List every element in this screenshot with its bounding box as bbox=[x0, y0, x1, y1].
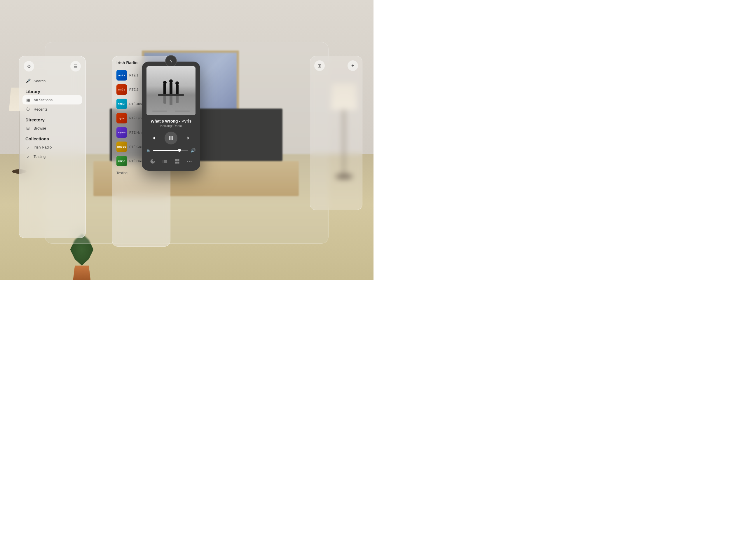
menu-icon-button[interactable]: ☰ bbox=[70, 61, 81, 72]
layout-button[interactable] bbox=[173, 157, 182, 166]
pause-button[interactable] bbox=[164, 132, 177, 145]
browse-icon: ⊟ bbox=[25, 126, 31, 130]
directory-header: Directory bbox=[23, 114, 82, 123]
station-name-lyric: RTÉ Lyric bbox=[129, 117, 143, 120]
svg-rect-10 bbox=[176, 96, 179, 103]
sleep-timer-button[interactable] bbox=[148, 157, 157, 166]
album-art-svg bbox=[147, 66, 196, 115]
player-card: ⤡ bbox=[142, 61, 200, 171]
player-collapse-button[interactable]: ⤡ bbox=[165, 55, 177, 67]
svg-point-6 bbox=[169, 79, 173, 83]
volume-track[interactable] bbox=[153, 150, 188, 151]
svg-rect-11 bbox=[158, 94, 184, 96]
svg-point-15 bbox=[189, 161, 190, 162]
station-name-rte1: RTÉ 1 bbox=[129, 74, 138, 77]
recents-icon: ⏱ bbox=[25, 107, 31, 111]
volume-thumb[interactable] bbox=[178, 149, 181, 152]
svg-rect-9 bbox=[170, 96, 173, 105]
volume-low-icon: 🔈 bbox=[147, 148, 151, 152]
player-bottom-icons bbox=[147, 157, 196, 166]
station-logo-lyric: Lyric bbox=[117, 113, 127, 123]
sidebar-top-bar: ⚙ ☰ bbox=[23, 61, 82, 72]
station-name-gold2: RTÉ Gold bbox=[129, 159, 143, 163]
irish-radio-icon: ♪ bbox=[25, 145, 31, 149]
more-options-button[interactable] bbox=[185, 157, 194, 166]
library-header: Library bbox=[23, 85, 82, 95]
station-code-gold1: RTÉ GG bbox=[117, 146, 126, 148]
album-art-bg bbox=[147, 66, 196, 115]
search-item[interactable]: 🎤 Search bbox=[23, 76, 82, 85]
station-code-rte1: RTÉ 1 bbox=[119, 74, 125, 77]
svg-rect-2 bbox=[163, 84, 166, 95]
player-radio-name: Kerrang! Radio bbox=[160, 124, 182, 128]
station-code-hymns: Hymns bbox=[118, 131, 126, 134]
volume-high-icon: 🔊 bbox=[190, 148, 196, 153]
testing-label: Testing bbox=[33, 154, 46, 159]
sidebar-item-testing[interactable]: ♪ Testing bbox=[23, 152, 82, 161]
all-stations-label: All Stations bbox=[33, 98, 53, 102]
collections-header: Collections bbox=[23, 133, 82, 143]
testing-icon: ♪ bbox=[25, 154, 31, 159]
grid-icon-button[interactable]: ⊞ bbox=[314, 60, 325, 71]
station-logo-rte2: RTÉ 2 bbox=[117, 84, 127, 95]
search-mic-icon: 🎤 bbox=[25, 78, 31, 83]
svg-point-5 bbox=[163, 81, 166, 84]
svg-rect-12 bbox=[152, 110, 167, 111]
station-code-lyric: Lyric bbox=[119, 117, 125, 120]
irish-radio-label: Irish Radio bbox=[33, 145, 52, 149]
svg-rect-8 bbox=[163, 96, 166, 104]
settings-icon-button[interactable]: ⚙ bbox=[24, 61, 34, 72]
svg-point-16 bbox=[191, 161, 192, 162]
search-label: Search bbox=[33, 79, 46, 83]
sidebar-item-all-stations[interactable]: ▦ All Stations bbox=[23, 95, 82, 104]
station-name-rte2: RTÉ 2 bbox=[129, 88, 138, 91]
sidebar-item-irish-radio[interactable]: ♪ Irish Radio bbox=[23, 143, 82, 152]
next-button[interactable] bbox=[183, 133, 194, 143]
station-code-rtejr: RTÉ Jr bbox=[118, 103, 126, 105]
volume-fill bbox=[153, 150, 179, 151]
svg-rect-13 bbox=[175, 110, 190, 111]
player-controls bbox=[148, 132, 194, 145]
right-panel-top-bar: ⊞ + bbox=[314, 60, 358, 71]
svg-rect-4 bbox=[176, 84, 179, 95]
right-panel: ⊞ + bbox=[310, 56, 362, 210]
browse-label: Browse bbox=[33, 126, 46, 130]
sidebar-panel: ⚙ ☰ 🎤 Search Library ▦ All Stations ⏱ Re… bbox=[19, 56, 86, 238]
station-code-gold2: RTÉ G bbox=[118, 160, 125, 162]
sidebar-item-recents[interactable]: ⏱ Recents bbox=[23, 104, 82, 114]
volume-bar[interactable]: 🔈 🔊 bbox=[147, 148, 196, 153]
queue-button[interactable] bbox=[160, 157, 170, 166]
station-logo-rte1: RTÉ 1 bbox=[117, 70, 127, 80]
player-album-art bbox=[147, 66, 196, 115]
station-logo-rtejr: RTÉ Jr bbox=[117, 99, 127, 109]
station-logo-hymns: Hymns bbox=[117, 127, 127, 138]
prev-button[interactable] bbox=[148, 133, 159, 143]
station-logo-gold2: RTÉ G bbox=[117, 156, 127, 166]
station-name-gold1: RTÉ Gold bbox=[129, 145, 143, 149]
player-song-title: What's Wrong - Pvris bbox=[151, 119, 191, 123]
station-code-rte2: RTÉ 2 bbox=[119, 88, 125, 91]
plant-pot bbox=[73, 265, 91, 280]
svg-point-14 bbox=[187, 161, 188, 162]
add-icon-button[interactable]: + bbox=[347, 60, 358, 71]
collapse-icon: ⤡ bbox=[169, 59, 173, 63]
svg-point-7 bbox=[175, 81, 179, 85]
all-stations-icon: ▦ bbox=[25, 98, 31, 102]
recents-label: Recents bbox=[33, 107, 48, 111]
station-logo-gold1: RTÉ GG bbox=[117, 142, 127, 152]
svg-rect-3 bbox=[170, 82, 173, 95]
sidebar-item-browse[interactable]: ⊟ Browse bbox=[23, 123, 82, 133]
